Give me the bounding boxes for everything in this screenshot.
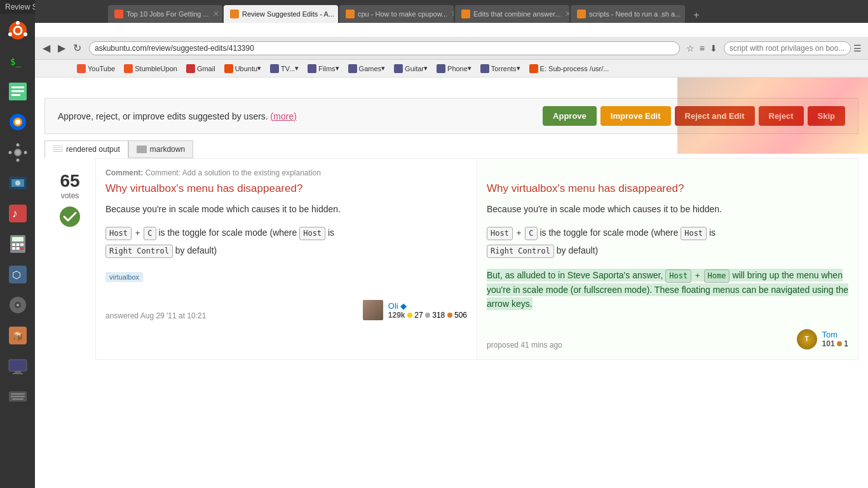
bookmark-icon-films [308, 64, 316, 73]
bookmark-label-ubuntu: Ubuntu [235, 65, 257, 72]
bookmark-tv[interactable]: TV... ▾ [266, 63, 302, 74]
sidebar-icon-synaptic[interactable]: ⬡ [4, 261, 32, 288]
bookmark-icon-stumbleupon [124, 64, 133, 73]
tag-virtualbox[interactable]: virtualbox [105, 272, 143, 282]
author-card: Oli ◆ 129k 27 318 506 [363, 300, 467, 320]
sidebar-icon-calc[interactable] [4, 230, 32, 258]
svg-rect-25 [12, 237, 24, 241]
rendered-output-icon [53, 146, 63, 153]
download-icon[interactable]: ⬇ [707, 42, 720, 55]
author-diamond: ◆ [400, 301, 407, 311]
sidebar-icon-ubuntu[interactable] [4, 17, 32, 44]
question-title-right[interactable]: Why virtualbox's menu has disappeared? [487, 182, 848, 195]
proposer-avatar-letter: T [805, 336, 809, 342]
tab-close-5[interactable]: ✕ [684, 10, 685, 18]
improve-edit-button[interactable]: Improve Edit [600, 106, 671, 126]
scale-text-left: is the toggle for scale mode (where [158, 227, 297, 238]
sidebar-icon-media[interactable] [4, 291, 32, 319]
tab-rendered-output[interactable]: rendered output [44, 140, 128, 158]
back-button[interactable]: ◀ [39, 41, 54, 55]
question-title-left[interactable]: Why virtualbox's menu has disappeared? [105, 182, 467, 195]
bookmark-gmail[interactable]: Gmail [182, 63, 219, 74]
kbd-row-right: Host + C is the toggle for scale mode (w… [487, 224, 848, 259]
vote-count: 65 [44, 171, 95, 191]
kbd-host2-left: Host [299, 227, 325, 240]
svg-rect-27 [16, 243, 19, 246]
kbd-host2-right: Host [681, 227, 707, 240]
tab-icon-scripts [577, 10, 586, 18]
svg-point-13 [15, 119, 20, 125]
svg-point-36 [17, 304, 19, 306]
bookmark-stumbleupon[interactable]: StumbleUpon [120, 63, 181, 74]
svg-point-17 [8, 151, 11, 154]
kbd-right-control-right: Right Control [487, 245, 554, 258]
tab-icon-edits [461, 10, 470, 18]
bronze-count: 506 [454, 311, 467, 320]
bookmark-games[interactable]: Games ▾ [344, 63, 389, 74]
svg-text:♪: ♪ [12, 207, 18, 220]
bookmark-youtube[interactable]: YouTube [73, 63, 119, 74]
bookmark-star-icon[interactable]: ☆ [684, 42, 697, 55]
tab-label-4: Edits that combine answer... [473, 10, 561, 18]
tab-label-5: scripts - Need to run a .sh a... [589, 10, 681, 18]
tab-scripts[interactable]: scripts - Need to run a .sh a... ✕ [571, 5, 685, 23]
svg-point-15 [16, 144, 19, 147]
new-tab-button[interactable]: + [689, 8, 704, 23]
sidebar-icon-keyboard[interactable] [4, 383, 32, 410]
answered-info: answered Aug 29 '11 at 10:21 [105, 311, 206, 320]
kbd-host3-right: Host [665, 269, 691, 283]
reader-icon[interactable]: ≡ [697, 42, 707, 55]
tab-youtube[interactable]: Top 10 Jobs For Getting ... ✕ [108, 5, 222, 23]
tab-bar: Top 10 Jobs For Getting ... ✕ Review Sug… [35, 0, 868, 23]
main-content: Approve, reject, or improve edits sugges… [35, 92, 868, 488]
svg-rect-30 [16, 247, 19, 250]
search-input[interactable] [724, 41, 851, 55]
svg-point-4 [8, 32, 12, 36]
bookmark-icon-subprocess [529, 64, 538, 73]
menu-icon[interactable]: ☰ [851, 42, 864, 55]
sidebar-icon-files[interactable] [4, 78, 32, 105]
sidebar-icon-terminal[interactable]: $_ [4, 47, 32, 75]
tab-markdown[interactable]: markdown [128, 140, 193, 158]
tab-askubuntu[interactable]: Review Suggested Edits - A... ✕ [224, 5, 338, 23]
tab-edits[interactable]: Edits that combine answer... ✕ [455, 5, 569, 23]
address-bar[interactable] [89, 41, 680, 55]
bookmark-phone[interactable]: Phone ▾ [433, 63, 475, 74]
silver-badge-icon [425, 313, 430, 318]
tab-cpu[interactable]: cpu - How to make cpupow... ✕ [339, 5, 454, 23]
sidebar-icon-software[interactable]: 📦 [4, 322, 32, 349]
tab-close-1[interactable]: ✕ [213, 10, 219, 18]
banner-description: Approve, reject, or improve edits sugges… [58, 111, 268, 121]
sidebar-icon-display[interactable] [4, 352, 32, 380]
bookmark-torrents[interactable]: Torrents ▾ [477, 63, 524, 74]
svg-point-14 [15, 149, 21, 156]
forward-button[interactable]: ▶ [54, 41, 69, 55]
banner-more-link[interactable]: (more) [271, 111, 297, 121]
sidebar-icon-settings[interactable] [4, 139, 32, 166]
answer-sidebar: 65 votes [44, 158, 95, 360]
bookmark-subprocess[interactable]: E: Sub-process /usr/... [526, 63, 613, 74]
kbd-host-right: Host [487, 227, 513, 240]
tab-label-1: Top 10 Jobs For Getting ... [126, 10, 209, 18]
approve-button[interactable]: Approve [543, 106, 597, 126]
bookmark-label-games: Games [359, 65, 381, 72]
tab-close-4[interactable]: ✕ [565, 10, 569, 18]
sidebar-icon-music[interactable]: ♪ [4, 200, 32, 227]
bookmark-icon-gmail [186, 64, 195, 73]
bookmark-guitar[interactable]: Guitar ▾ [390, 63, 431, 74]
author-avatar-img [363, 300, 383, 320]
bookmark-films[interactable]: Films ▾ [304, 63, 342, 74]
bookmark-icon-games [348, 64, 357, 73]
author-name[interactable]: Oli ◆ [388, 301, 467, 311]
tags-area-left: virtualbox [105, 272, 467, 282]
is-text-left: is [328, 227, 334, 238]
tab-label-3: cpu - How to make cpupow... [358, 10, 447, 18]
bookmark-ubuntu[interactable]: Ubuntu ▾ [220, 63, 265, 74]
tab-close-3[interactable]: ✕ [451, 10, 454, 18]
sidebar-icon-screenshot[interactable] [4, 169, 32, 197]
plus-sign-right: + [517, 228, 522, 238]
sidebar-icon-firefox[interactable] [4, 108, 32, 136]
answer-body-right: Because you're in scale mode which cause… [487, 203, 848, 216]
reload-button[interactable]: ↻ [69, 41, 85, 55]
proposer-name[interactable]: Tom [822, 330, 848, 339]
